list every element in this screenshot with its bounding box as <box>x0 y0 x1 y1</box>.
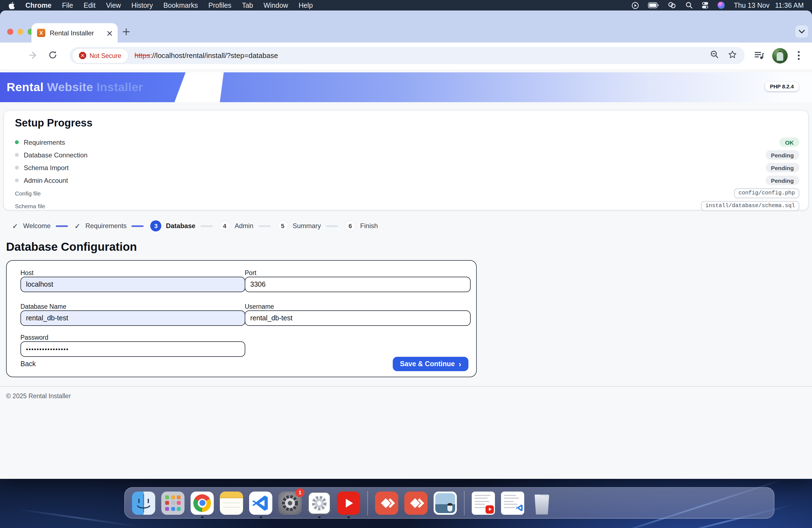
spotlight-search-icon[interactable] <box>686 2 693 9</box>
save-continue-button[interactable]: Save & Continue › <box>393 357 468 371</box>
control-center-icon[interactable] <box>702 2 709 9</box>
progress-row-requirements: Requirements OK <box>15 136 799 149</box>
security-chip[interactable]: Not Secure <box>72 48 128 63</box>
file-row-schema: Schema file install/database/schema.sql <box>15 200 799 212</box>
status-badge-pending: Pending <box>765 163 799 172</box>
username-input[interactable] <box>245 310 470 326</box>
menubar-date[interactable]: Thu 13 Nov <box>734 1 769 9</box>
browser-toolbar: Not Secure https://localhost/rental/inst… <box>0 43 812 69</box>
utility-gear-icon[interactable] <box>308 491 331 514</box>
status-badge-pending: Pending <box>765 176 799 185</box>
menubar-item-help[interactable]: Help <box>299 1 313 9</box>
menubar-item-bookmarks[interactable]: Bookmarks <box>163 1 198 9</box>
step-admin[interactable]: Admin <box>234 222 253 230</box>
menubar-item-tab[interactable]: Tab <box>242 1 253 9</box>
step-database[interactable]: Database <box>166 222 195 230</box>
apple-icon[interactable] <box>8 1 15 9</box>
red-diamond-app-icon-2[interactable] <box>404 491 427 514</box>
footer-divider <box>0 386 812 386</box>
port-input[interactable] <box>245 277 470 292</box>
link-icon[interactable] <box>668 2 677 9</box>
address-bar[interactable]: Not Secure https://localhost/rental/inst… <box>70 47 744 64</box>
step-welcome[interactable]: Welcome <box>23 222 51 230</box>
new-tab-button[interactable] <box>122 28 130 38</box>
menubar-item-window[interactable]: Window <box>263 1 288 9</box>
launchpad-icon[interactable] <box>161 491 185 514</box>
finder-icon[interactable] <box>132 491 155 514</box>
site-header: Rental Website Installer PHP 8.2.4 <box>0 72 812 102</box>
file-label: Config file <box>15 190 734 196</box>
zoom-out-icon[interactable] <box>710 50 719 61</box>
minimize-window-button[interactable] <box>17 29 23 34</box>
chrome-icon[interactable] <box>191 491 214 514</box>
setup-progress-card: Setup Progress Requirements OK Database … <box>3 110 809 210</box>
trash-icon[interactable] <box>530 491 553 514</box>
progress-row-database-connection: Database Connection Pending <box>15 149 799 161</box>
back-link[interactable]: Back <box>20 360 36 368</box>
step-connector-todo <box>258 225 271 227</box>
status-badge-pending: Pending <box>765 150 799 160</box>
footer-copyright: © 2025 Rental Installer <box>6 393 71 399</box>
tab-title: Rental Installer <box>50 29 94 37</box>
progress-row-admin-account: Admin Account Pending <box>15 174 799 187</box>
wallpaper-streak <box>17 509 138 527</box>
step-summary[interactable]: Summary <box>292 222 321 230</box>
progress-row-schema-import: Schema Import Pending <box>15 161 799 174</box>
notes-icon[interactable] <box>220 491 243 514</box>
step-connector-done <box>56 225 68 227</box>
siri-icon[interactable] <box>718 2 725 9</box>
menubar-item-history[interactable]: History <box>131 1 153 9</box>
minimized-code-window[interactable] <box>501 491 524 514</box>
url-text[interactable]: https://localhost/rental/install/?step=d… <box>134 52 278 60</box>
file-label: Schema file <box>15 202 701 209</box>
step-number: 5 <box>277 220 288 231</box>
menubar-item-edit[interactable]: Edit <box>84 1 96 9</box>
bookmark-star-icon[interactable] <box>728 50 737 61</box>
step-requirements[interactable]: Requirements <box>85 222 127 230</box>
tab-search-button[interactable] <box>795 25 808 38</box>
menubar-item-profiles[interactable]: Profiles <box>208 1 231 9</box>
menubar-item-view[interactable]: View <box>106 1 121 9</box>
vscode-icon[interactable] <box>249 491 272 514</box>
kebab-menu-icon[interactable] <box>798 51 800 62</box>
menubar-item-file[interactable]: File <box>62 1 73 9</box>
step-finish[interactable]: Finish <box>360 222 378 230</box>
site-header-left-band: Rental Website Installer <box>0 72 186 102</box>
host-input[interactable] <box>20 277 245 292</box>
profile-avatar[interactable] <box>772 48 788 63</box>
progress-label: Admin Account <box>24 176 765 184</box>
menu-bar: Chrome File Edit View History Bookmarks … <box>0 0 812 11</box>
reload-icon[interactable] <box>48 50 57 62</box>
host-label: Host <box>20 269 33 276</box>
screen-mirroring-icon[interactable] <box>632 1 639 9</box>
minimized-youtube-window[interactable] <box>472 491 495 514</box>
youtube-icon[interactable] <box>337 491 360 514</box>
dbname-label: Database Name <box>20 303 66 310</box>
php-version-badge: PHP 8.2.4 <box>765 82 799 91</box>
browser-tab[interactable]: X Rental Installer <box>31 23 118 43</box>
install-stepper: ✓ Welcome ✓ Requirements 3 Database 4 Ad… <box>12 220 383 231</box>
red-diamond-app-icon[interactable] <box>375 491 398 514</box>
battery-icon[interactable] <box>648 2 659 8</box>
system-settings-icon[interactable]: 1 <box>278 491 302 514</box>
file-row-config: Config file config/config.php <box>15 187 799 200</box>
username-label: Username <box>245 303 274 310</box>
site-title-word3: Installer <box>93 80 143 93</box>
menubar-app-name[interactable]: Chrome <box>25 1 52 9</box>
close-window-button[interactable] <box>7 29 13 34</box>
forward-icon[interactable] <box>29 50 39 62</box>
progress-label: Database Connection <box>24 151 765 159</box>
minimized-photo-window[interactable] <box>434 491 457 514</box>
progress-label: Requirements <box>24 138 780 146</box>
password-input[interactable] <box>20 341 245 357</box>
menubar-time[interactable]: 11:36 AM <box>775 1 804 9</box>
config-path-chip: config/config.php <box>734 188 799 198</box>
dock: 1 <box>124 487 774 518</box>
dbname-input[interactable] <box>20 310 245 326</box>
status-dot-grey <box>15 178 19 182</box>
tab-close-icon[interactable] <box>107 28 112 38</box>
status-dot-green <box>15 140 19 144</box>
media-controls-icon[interactable] <box>755 52 765 62</box>
site-title-word2: Website <box>44 80 93 93</box>
back-icon[interactable] <box>10 50 20 62</box>
